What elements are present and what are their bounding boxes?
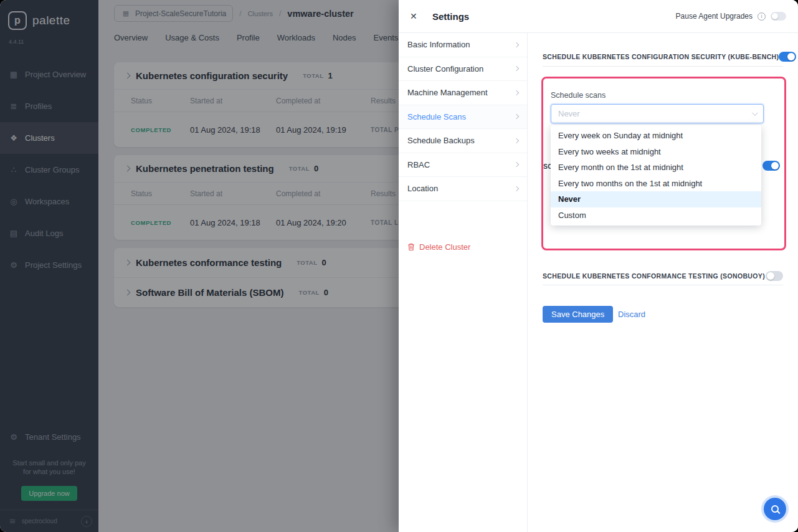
dropdown-option[interactable]: Every two months on the 1st at midnight	[551, 176, 761, 192]
chevron-right-icon	[514, 66, 519, 71]
save-changes-button[interactable]: Save Changes	[543, 306, 613, 323]
chevron-right-icon	[514, 42, 519, 47]
delete-cluster-label: Delete Cluster	[419, 242, 470, 252]
toggle-knob	[787, 53, 795, 60]
divider	[543, 66, 783, 67]
toggle-knob	[767, 272, 774, 280]
drawer-title: Settings	[432, 11, 469, 22]
kube-bench-label: SCHEDULE KUBERNETES CONFIGURATION SECURI…	[543, 53, 779, 60]
drawer-header: Settings Pause Agent Upgrades	[399, 0, 798, 33]
menu-item-label: Cluster Configuration	[407, 64, 483, 74]
schedule-scans-select[interactable]: Never	[551, 104, 764, 123]
close-icon[interactable]	[410, 11, 422, 21]
dropdown-option[interactable]: Every week on Sunday at midnight	[551, 128, 761, 144]
pause-agent-upgrades-toggle[interactable]	[771, 12, 786, 21]
discard-button[interactable]: Discard	[618, 310, 645, 319]
menu-item-rbac[interactable]: RBAC	[399, 153, 527, 178]
pause-agent-upgrades-group: Pause Agent Upgrades	[676, 12, 786, 21]
menu-item-label: Location	[407, 184, 438, 193]
toggle-knob	[771, 162, 779, 169]
settings-menu: Basic Information Cluster Configuration …	[399, 33, 528, 532]
pause-agent-upgrades-label: Pause Agent Upgrades	[676, 12, 753, 21]
chevron-right-icon	[514, 186, 519, 191]
modal-dim-overlay[interactable]	[0, 0, 399, 532]
toggle-knob	[772, 13, 778, 19]
chevron-right-icon	[514, 162, 519, 167]
schedule-scans-dropdown: Every week on Sunday at midnight Every t…	[551, 125, 761, 226]
help-search-fab[interactable]	[764, 498, 786, 520]
settings-drawer: Settings Pause Agent Upgrades Basic Info…	[399, 0, 798, 532]
menu-item-schedule-backups[interactable]: Schedule Backups	[399, 129, 527, 153]
chevron-right-icon	[514, 90, 519, 95]
sonobuoy-label: SCHEDULE KUBERNETES CONFORMANCE TESTING …	[543, 272, 765, 280]
dropdown-option[interactable]: Every two weeks at midnight	[551, 144, 761, 160]
schedule-scans-field-label: Schedule scans	[551, 91, 606, 100]
kube-bench-row: SCHEDULE KUBERNETES CONFIGURATION SECURI…	[543, 49, 783, 65]
menu-item-location[interactable]: Location	[399, 177, 527, 201]
dropdown-option[interactable]: Custom	[551, 207, 761, 224]
chevron-right-icon	[514, 114, 519, 119]
dropdown-option-selected[interactable]: Never	[551, 191, 761, 207]
select-value: Never	[558, 109, 580, 118]
chevron-right-icon	[514, 138, 519, 143]
trash-icon	[407, 243, 415, 251]
sonobuoy-row: SCHEDULE KUBERNETES CONFORMANCE TESTING …	[543, 268, 783, 284]
delete-cluster-button[interactable]: Delete Cluster	[407, 242, 470, 252]
menu-item-label: Machine Management	[407, 88, 488, 97]
chevron-down-icon	[752, 110, 758, 116]
divider	[543, 285, 783, 285]
menu-item-schedule-scans[interactable]: Schedule Scans	[399, 105, 527, 130]
menu-item-label: Schedule Scans	[407, 112, 466, 121]
kube-bench-toggle[interactable]	[779, 52, 796, 62]
info-icon[interactable]	[758, 12, 766, 21]
menu-item-cluster-configuration[interactable]: Cluster Configuration	[399, 57, 527, 82]
menu-item-label: Basic Information	[407, 40, 470, 49]
menu-item-label: Schedule Backups	[407, 136, 475, 145]
dropdown-option[interactable]: Every month on the 1st at midnight	[551, 159, 761, 176]
menu-item-machine-management[interactable]: Machine Management	[399, 81, 527, 105]
sonobuoy-toggle[interactable]	[766, 271, 783, 281]
menu-item-label: RBAC	[407, 160, 430, 169]
search-icon	[771, 505, 779, 513]
app-screen: p palette 4.4.11 Project Overview Profil…	[0, 0, 798, 532]
menu-item-basic-information[interactable]: Basic Information	[399, 33, 527, 57]
kube-hunter-toggle[interactable]	[762, 161, 780, 171]
